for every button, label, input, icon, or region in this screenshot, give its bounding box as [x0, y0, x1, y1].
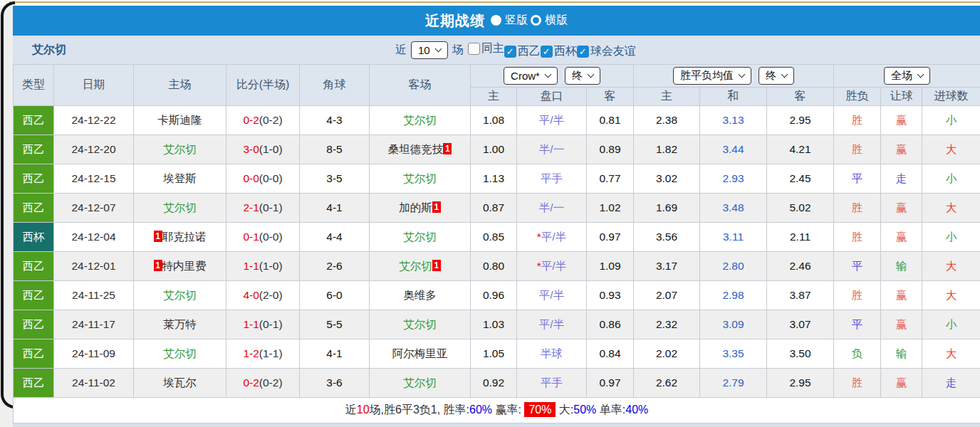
avg-away-odds: 3.07	[767, 310, 834, 339]
filter-checkbox[interactable]: ✓球会友谊	[577, 44, 636, 59]
col-type: 类型	[14, 65, 54, 106]
handicap-text: 半球	[541, 347, 563, 359]
result-handicap: 输	[881, 252, 922, 281]
home-team-name: 特内里费	[162, 260, 207, 272]
avg-home-odds: 3.02	[634, 164, 700, 194]
view-radio-unselected[interactable]: 横版	[531, 13, 568, 28]
away-team-cell: 奥维多	[370, 281, 471, 310]
result-handicap: 赢	[881, 135, 922, 164]
filter-bar: 艾尔切 近 10 场 ✓同主✓西乙✓西杯✓球会友谊	[13, 36, 980, 64]
fulltime-score: 1-2	[243, 347, 259, 359]
results-rows: 西乙24-12-22卡斯迪隆0-2(0-2)4-3艾尔切1.08平/半0.812…	[14, 106, 980, 398]
check-icon: ✓	[579, 47, 587, 56]
score-cell: 4-0(2-0)	[226, 281, 300, 310]
home-team-name: 艾尔切	[163, 347, 197, 359]
checkbox-icon: ✓	[504, 46, 516, 58]
home-team-name: 艾尔切	[163, 289, 197, 301]
summary-segment: 赢率:	[492, 404, 524, 416]
match-count-select[interactable]: 10	[411, 41, 448, 59]
avg-stage-select[interactable]: 终	[759, 67, 794, 85]
filter-checkbox-label: 同主	[481, 41, 504, 56]
crow-home-odds: 0.92	[471, 369, 517, 398]
result-wdl: 胜	[834, 194, 881, 223]
corner-score: 3-5	[300, 164, 370, 194]
summary-segment: 大:	[556, 404, 573, 416]
halftime-score: (0-1)	[259, 201, 283, 214]
col-corner: 角球	[300, 65, 370, 106]
crow-home-odds: 0.87	[471, 194, 517, 223]
filter-checkbox[interactable]: ✓西杯	[541, 44, 577, 59]
summary-segment: 近	[345, 404, 357, 416]
result-wdl: 胜	[834, 135, 881, 164]
crow-home-odds: 1.03	[471, 310, 517, 339]
bookmaker-select-value: Crow*	[511, 70, 540, 82]
avg-home-odds: 3.17	[634, 252, 700, 281]
crow-home-odds: 1.13	[471, 164, 517, 194]
filter-checkbox[interactable]: ✓西乙	[504, 44, 541, 59]
result-handicap: 输	[881, 339, 922, 369]
result-goals: 大	[922, 135, 980, 164]
crow-away-odds: 1.02	[587, 194, 634, 223]
result-goals: 大	[922, 194, 980, 223]
panel-title: 近期战绩	[425, 11, 485, 31]
check-icon: ✓	[506, 47, 514, 56]
result-handicap: 走	[881, 164, 922, 194]
summary-segment: 胜率:	[444, 404, 469, 416]
corner-score: 4-3	[300, 106, 370, 135]
filter-checkbox-label: 球会友谊	[590, 44, 636, 59]
halftime-score: (1-0)	[259, 143, 283, 155]
away-team-name: 阿尔梅里亚	[392, 347, 448, 359]
fulltime-score: 0-2	[243, 376, 259, 389]
avg-away-odds: 4.21	[767, 135, 834, 164]
crow-away-odds: 0.97	[587, 369, 634, 398]
bookmaker-select[interactable]: Crow*	[504, 67, 558, 85]
handicap-text: 平手	[541, 172, 563, 184]
result-goals: 小	[922, 310, 980, 339]
avg-draw-odds: 2.93	[700, 164, 767, 194]
result-wdl: 胜	[834, 106, 881, 135]
avg-draw-odds: 2.80	[700, 252, 767, 281]
avg-type-select[interactable]: 胜平负均值	[673, 67, 751, 85]
avg-home-odds: 2.32	[634, 310, 700, 339]
home-team-name: 埃瓦尔	[163, 376, 197, 389]
avg-stage-select-value: 终	[766, 69, 776, 83]
fulltime-score: 0-2	[243, 114, 259, 126]
filter-checkbox-label: 西乙	[518, 44, 541, 59]
odds-stage-select[interactable]: 终	[565, 67, 600, 85]
crow-away-odds: 0.93	[587, 281, 634, 310]
bookmaker-select-group: Crow* 终	[471, 65, 634, 88]
avg-away-odds: 3.50	[767, 339, 834, 369]
near-label: 近	[395, 43, 407, 58]
match-row: 西杯24-12-041耶克拉诺0-1(0-0)4-4艾尔切0.85*平/半0.9…	[14, 223, 980, 252]
match-row: 西乙24-12-22卡斯迪隆0-2(0-2)4-3艾尔切1.08平/半0.812…	[14, 106, 980, 135]
handicap-text: 平/半	[541, 231, 566, 243]
col-odds-away: 客	[587, 88, 634, 106]
match-date: 24-11-17	[54, 310, 134, 339]
half-score-badge: 1	[154, 231, 162, 242]
score-cell: 2-1(0-1)	[226, 194, 300, 223]
corner-score: 6-0	[300, 281, 370, 310]
league-type-cell: 西乙	[14, 369, 54, 398]
crow-home-odds: 0.96	[471, 281, 517, 310]
handicap-text: 平/半	[539, 289, 564, 301]
avg-home-odds: 2.07	[634, 281, 700, 310]
match-date: 24-11-09	[54, 339, 134, 369]
corner-score: 2-6	[300, 252, 370, 281]
league-type-cell: 西乙	[14, 339, 54, 369]
away-team-cell: 加的斯1	[370, 194, 471, 223]
away-team-name: 艾尔切	[403, 376, 437, 389]
fulltime-score: 1-1	[243, 260, 259, 272]
avg-draw-odds: 2.79	[700, 369, 767, 398]
filter-checkbox[interactable]: ✓同主	[468, 41, 504, 56]
view-radio-selected[interactable]: 竖版	[491, 13, 528, 28]
crow-away-odds: 0.81	[587, 106, 634, 135]
league-type-cell: 西乙	[14, 106, 54, 135]
result-handicap: 赢	[881, 223, 922, 252]
result-wdl: 负	[834, 339, 881, 369]
crow-away-odds: 0.77	[587, 164, 634, 194]
crow-away-odds: 0.84	[587, 339, 634, 369]
recent-results-panel: 近期战绩 竖版横版 艾尔切 近 10 场 ✓同主✓西乙✓西杯✓球会友谊 类型 日	[13, 6, 980, 427]
fulltime-score: 3-0	[243, 143, 259, 155]
result-goals: 大	[922, 339, 980, 369]
fulltime-select[interactable]: 全场	[884, 67, 930, 85]
